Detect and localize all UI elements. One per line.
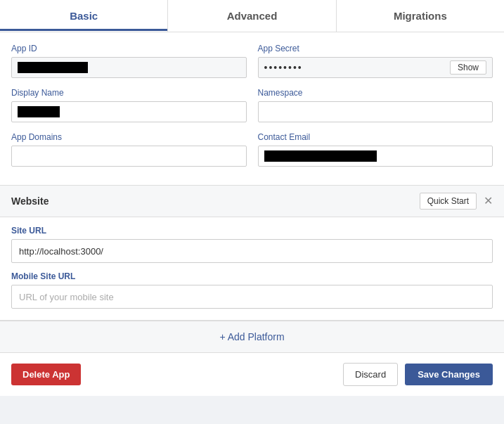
show-secret-button[interactable]: Show (450, 60, 486, 75)
footer-right-actions: Discard Save Changes (343, 363, 493, 386)
app-secret-dots: •••••••• (264, 62, 450, 73)
add-platform-button[interactable]: + Add Platform (0, 321, 504, 353)
app-secret-container: •••••••• Show (258, 57, 493, 78)
discard-button[interactable]: Discard (343, 363, 398, 386)
app-domains-label: App Domains (11, 132, 247, 142)
site-url-input[interactable] (11, 239, 493, 263)
tabs-container: Basic Advanced Migrations (0, 0, 504, 32)
row-display-namespace: Display Name Namespace (11, 88, 493, 122)
app-id-label: App ID (11, 44, 247, 53)
row-app-id-secret: App ID App Secret •••••••• Show (11, 44, 493, 78)
delete-app-button[interactable]: Delete App (11, 364, 81, 385)
site-url-label: Site URL (11, 226, 493, 236)
website-title: Website (11, 195, 49, 207)
namespace-input[interactable] (258, 101, 493, 122)
footer: Delete App Discard Save Changes (0, 353, 504, 396)
tab-advanced[interactable]: Advanced (168, 0, 336, 32)
app-id-masked (18, 62, 88, 73)
app-secret-label: App Secret (258, 44, 493, 53)
app-secret-group: App Secret •••••••• Show (258, 44, 493, 78)
mobile-site-url-label: Mobile Site URL (11, 271, 493, 281)
form-section: App ID App Secret •••••••• Show Display … (0, 32, 504, 186)
row-domains-email: App Domains Contact Email (11, 132, 493, 167)
contact-email-masked (264, 150, 377, 162)
app-domains-group: App Domains (11, 132, 247, 167)
display-name-label: Display Name (11, 88, 247, 98)
display-name-masked (18, 106, 60, 117)
display-name-group: Display Name (11, 88, 247, 122)
contact-email-field[interactable] (258, 146, 493, 167)
contact-email-group: Contact Email (258, 132, 493, 167)
website-section-header: Website Quick Start ✕ (0, 186, 504, 217)
app-domains-input[interactable] (11, 146, 247, 167)
mobile-site-url-input[interactable] (11, 285, 493, 309)
namespace-label: Namespace (258, 88, 493, 98)
website-section: Website Quick Start ✕ Site URL Mobile Si… (0, 186, 504, 321)
site-url-group: Site URL (11, 226, 493, 271)
tab-basic[interactable]: Basic (0, 0, 168, 32)
save-changes-button[interactable]: Save Changes (405, 364, 493, 385)
close-website-icon[interactable]: ✕ (484, 195, 493, 207)
contact-email-label: Contact Email (258, 132, 493, 142)
mobile-site-url-group: Mobile Site URL (11, 271, 493, 309)
website-header-actions: Quick Start ✕ (420, 193, 493, 210)
quick-start-button[interactable]: Quick Start (420, 193, 477, 210)
namespace-group: Namespace (258, 88, 493, 122)
display-name-field[interactable] (11, 101, 247, 122)
website-section-body: Site URL Mobile Site URL (0, 217, 504, 320)
app-id-field[interactable] (11, 57, 247, 78)
app-id-group: App ID (11, 44, 247, 78)
tab-migrations[interactable]: Migrations (337, 0, 504, 32)
